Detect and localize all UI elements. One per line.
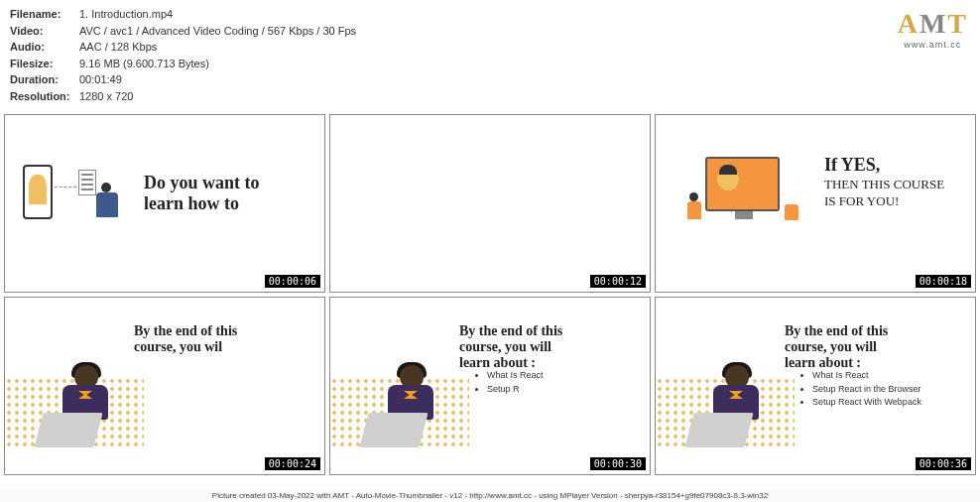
amt-logo: AMT www.amt.cc: [898, 8, 968, 50]
metadata-header: Filename:1. Introduction.mp4 Video:AVC /…: [0, 0, 980, 110]
duration-label: Duration:: [10, 71, 79, 88]
bullet-list: What Is React Setup React in the Browser…: [802, 369, 921, 410]
logo-url: www.amt.cc: [898, 40, 968, 50]
footer-text: Picture created 03-May-2022 with AMT - A…: [0, 489, 980, 502]
timestamp: 00:00:24: [265, 457, 320, 470]
filesize-label: Filesize:: [10, 56, 79, 72]
thumbnail-5: By the end of this course, you will lear…: [329, 297, 651, 475]
slide-title-yes: If YES,: [824, 155, 880, 176]
video-label: Video:: [10, 23, 79, 40]
face-icon: [717, 169, 739, 190]
timestamp: 00:00:30: [590, 457, 646, 470]
thumbnail-2: 00:00:12: [329, 114, 651, 293]
thumbnail-3: If YES, THEN THIS COURSE IS FOR YOU! 00:…: [655, 114, 976, 293]
person-laptop-icon: [45, 365, 129, 454]
timestamp: 00:00:36: [916, 457, 971, 470]
person-small-icon: [687, 192, 701, 222]
bullet-item: What Is React: [487, 369, 544, 383]
audio-label: Audio:: [10, 39, 79, 56]
timestamp: 00:00:06: [265, 275, 320, 288]
bullet-item: Setup React in the Browser: [812, 383, 921, 397]
slide-title: By the end of this course, you will lear…: [785, 323, 888, 371]
bullet-item: Setup R: [487, 383, 544, 397]
person-standing-icon: [96, 183, 118, 232]
filename-label: Filename:: [10, 6, 79, 23]
arrow-icon: [55, 187, 76, 188]
trophy-icon: [785, 204, 798, 220]
timestamp: 00:00:18: [916, 275, 971, 288]
resolution-label: Resolution:: [10, 88, 79, 105]
bullet-list: What Is React Setup R: [477, 369, 544, 396]
logo-text: AMT: [898, 8, 968, 40]
monitor-icon: [705, 157, 780, 211]
thumbnail-1: Do you want to learn how to 00:00:06: [4, 114, 325, 293]
slide-title: By the end of this course, you will lear…: [459, 323, 562, 371]
timestamp: 00:00:12: [590, 275, 646, 288]
filename-value: 1. Introduction.mp4: [79, 6, 173, 23]
slide-subtitle: THEN THIS COURSE IS FOR YOU!: [824, 177, 944, 210]
thumbnail-grid: Do you want to learn how to 00:00:06 00:…: [0, 110, 980, 479]
bullet-item: What Is React: [812, 369, 921, 383]
resolution-value: 1280 x 720: [79, 88, 133, 105]
person-icon: [29, 175, 47, 204]
bullet-item: Setup React With Webpack: [812, 396, 921, 410]
person-laptop-icon: [695, 365, 780, 454]
duration-value: 00:01:49: [79, 71, 122, 88]
audio-value: AAC / 128 Kbps: [79, 39, 157, 56]
person-laptop-icon: [370, 365, 454, 454]
thumbnail-6: By the end of this course, you will lear…: [655, 297, 976, 475]
video-value: AVC / avc1 / Advanced Video Coding / 567…: [79, 23, 356, 40]
slide-title: By the end of this course, you wil: [134, 323, 237, 355]
checklist-icon: [78, 170, 96, 195]
filesize-value: 9.16 MB (9.600.713 Bytes): [79, 56, 209, 72]
slide-title: Do you want to learn how to: [144, 173, 260, 214]
thumbnail-4: By the end of this course, you wil 00:00…: [4, 297, 325, 475]
